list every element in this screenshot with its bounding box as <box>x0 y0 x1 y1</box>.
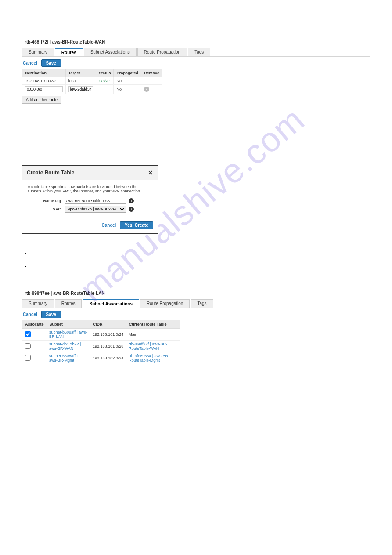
name-tag-label: Name tag <box>28 199 65 203</box>
actions-row: Cancel Save <box>23 311 370 318</box>
associate-checkbox[interactable] <box>25 343 31 349</box>
associate-checkbox[interactable] <box>25 331 31 337</box>
subnet-link[interactable]: subnet-db17fb92 | aws-BR-WAN <box>47 341 90 352</box>
route-row: 192.168.101.0/32 local Active No <box>22 77 162 85</box>
cell-current: Main <box>126 329 180 341</box>
list-item <box>31 264 370 269</box>
col-status: Status <box>96 69 114 77</box>
target-input[interactable] <box>68 86 93 92</box>
routes-table: Destination Target Status Propagated Rem… <box>22 69 162 94</box>
table-row: subnet-b608aff | aws-BR-LAN 192.168.101.… <box>22 329 180 341</box>
close-icon[interactable]: ✕ <box>148 169 153 176</box>
cell-propagated: No <box>114 85 141 94</box>
cell-target: local <box>65 77 96 85</box>
col-target: Target <box>65 69 96 77</box>
info-icon[interactable]: i <box>129 198 134 203</box>
vpc-label: VPC <box>28 207 65 211</box>
dialog-title: Create Route Table <box>27 170 74 176</box>
tabs-wan: Summary Routes Subnet Associations Route… <box>22 48 370 57</box>
tab-route-propagation[interactable]: Route Propagation <box>140 299 190 308</box>
current-route-table-link[interactable]: rtb-3fe89654 | aws-BR-RouteTable-Mgmt <box>126 352 180 364</box>
tab-summary[interactable]: Summary <box>22 48 54 56</box>
panel-title: rtb-898ff7ee | aws-BR-RouteTable-LAN <box>25 291 370 296</box>
route-table-wan-panel: rtb-468ff72f | aws-BR-RouteTable-WAN Sum… <box>22 40 370 104</box>
col-destination: Destination <box>22 69 66 77</box>
save-button[interactable]: Save <box>41 59 61 67</box>
subnet-link[interactable]: subnet-5508affc | aws-BR-Mgmt <box>47 352 90 364</box>
tab-summary[interactable]: Summary <box>22 299 54 308</box>
tab-routes[interactable]: Routes <box>55 48 83 56</box>
tabs-lan: Summary Routes Subnet Associations Route… <box>22 299 370 308</box>
info-icon[interactable]: i <box>129 207 134 212</box>
cell-status <box>96 85 114 94</box>
tab-route-propagation[interactable]: Route Propagation <box>137 48 187 56</box>
cell-cidr: 192.168.102.0/24 <box>90 352 126 364</box>
table-row: subnet-5508affc | aws-BR-Mgmt 192.168.10… <box>22 352 180 364</box>
cancel-link[interactable]: Cancel <box>23 312 37 317</box>
cell-status: Active <box>96 77 114 85</box>
col-current-route-table: Current Route Table <box>126 320 180 329</box>
route-row-edit: No × <box>22 85 162 94</box>
dialog-cancel-link[interactable]: Cancel <box>101 223 116 228</box>
tab-subnet-associations[interactable]: Subnet Associations <box>83 299 139 308</box>
dialog-description: A route table specifies how packets are … <box>28 185 152 193</box>
route-table-lan-panel: rtb-898ff7ee | aws-BR-RouteTable-LAN Sum… <box>22 291 370 364</box>
col-propagated: Propagated <box>114 69 141 77</box>
cell-cidr: 192.168.101.0/24 <box>90 329 126 341</box>
tab-tags[interactable]: Tags <box>191 299 213 308</box>
col-associate: Associate <box>22 320 47 329</box>
cell-cidr: 192.168.101.0/28 <box>90 341 126 352</box>
cell-remove <box>141 77 162 85</box>
col-remove: Remove <box>141 69 162 77</box>
create-route-table-dialog: Create Route Table ✕ A route table speci… <box>22 165 158 234</box>
remove-route-icon[interactable]: × <box>144 87 149 92</box>
yes-create-button[interactable]: Yes, Create <box>120 221 153 229</box>
name-tag-input[interactable] <box>65 198 126 204</box>
associate-checkbox[interactable] <box>25 355 31 361</box>
subnet-associations-table: Associate Subnet CIDR Current Route Tabl… <box>22 320 180 364</box>
actions-row: Cancel Save <box>23 59 370 67</box>
save-button[interactable]: Save <box>41 311 61 318</box>
bullet-list <box>25 251 370 269</box>
cell-propagated: No <box>114 77 141 85</box>
list-item <box>31 251 370 256</box>
destination-input[interactable] <box>25 86 63 92</box>
tab-subnet-associations[interactable]: Subnet Associations <box>84 48 137 56</box>
cancel-link[interactable]: Cancel <box>23 61 37 65</box>
col-cidr: CIDR <box>90 320 126 329</box>
vpc-select[interactable]: vpc-1c4fe37b | aws-BR-VPC <box>65 206 126 213</box>
tab-tags[interactable]: Tags <box>188 48 210 56</box>
subnet-link[interactable]: subnet-b608aff | aws-BR-LAN <box>47 329 90 341</box>
tab-routes[interactable]: Routes <box>55 299 82 308</box>
cell-destination: 192.168.101.0/32 <box>22 77 66 85</box>
panel-title: rtb-468ff72f | aws-BR-RouteTable-WAN <box>25 40 370 44</box>
col-subnet: Subnet <box>47 320 90 329</box>
dialog-header: Create Route Table ✕ <box>22 166 158 180</box>
table-row: subnet-db17fb92 | aws-BR-WAN 192.168.101… <box>22 341 180 352</box>
add-another-route-button[interactable]: Add another route <box>22 96 61 104</box>
current-route-table-link[interactable]: rtb-468ff72f | aws-BR-RouteTable-WAN <box>126 341 180 352</box>
